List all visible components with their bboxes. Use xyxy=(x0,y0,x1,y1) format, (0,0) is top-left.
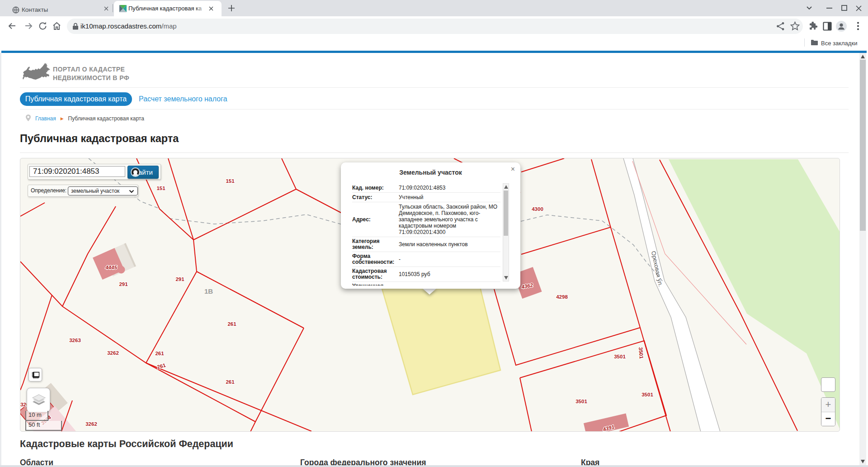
svg-text:4300: 4300 xyxy=(532,206,543,212)
svg-text:151: 151 xyxy=(156,186,165,191)
svg-text:3262: 3262 xyxy=(107,350,119,356)
svg-text:4445: 4445 xyxy=(105,265,117,270)
svg-text:3501: 3501 xyxy=(576,399,587,404)
svg-text:261: 261 xyxy=(227,321,236,327)
svg-text:3262: 3262 xyxy=(85,421,97,427)
svg-text:3263: 3263 xyxy=(69,338,81,343)
svg-text:4298: 4298 xyxy=(556,294,568,300)
svg-text:151: 151 xyxy=(226,178,235,184)
svg-text:3501: 3501 xyxy=(642,392,653,397)
svg-text:3501: 3501 xyxy=(638,347,644,359)
svg-text:261: 261 xyxy=(156,362,166,370)
svg-text:1B: 1B xyxy=(204,287,213,295)
svg-text:261: 261 xyxy=(226,379,235,385)
svg-text:3501: 3501 xyxy=(614,354,626,359)
svg-text:291: 291 xyxy=(175,276,184,282)
svg-text:261: 261 xyxy=(155,351,164,356)
svg-text:291: 291 xyxy=(119,281,128,287)
